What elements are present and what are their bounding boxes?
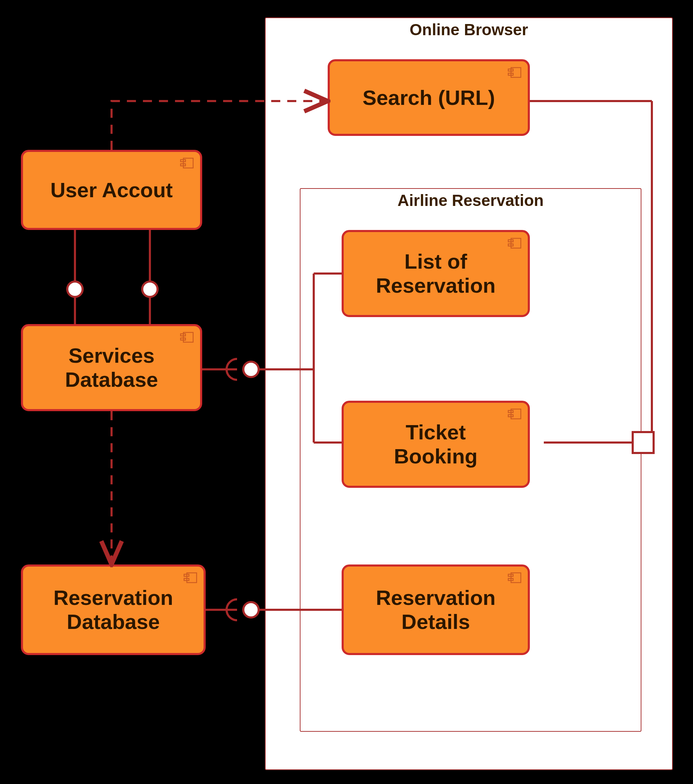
component-user-account: User Accout: [21, 150, 202, 230]
component-list-of-reservation: List ofReservation: [342, 230, 530, 317]
component-icon: [180, 331, 194, 344]
svg-point-22: [67, 282, 82, 297]
label-reservation-database: ReservationDatabase: [53, 586, 173, 634]
frame-title-online-browser: Online Browser: [266, 20, 672, 39]
svg-point-34: [243, 602, 259, 618]
component-icon: [183, 572, 197, 584]
label-search-url: Search (URL): [363, 86, 495, 110]
component-services-database: ServicesDatabase: [21, 324, 202, 411]
frame-title-airline-reservation: Airline Reservation: [300, 191, 641, 210]
component-icon: [508, 237, 521, 249]
component-reservation-database: ReservationDatabase: [21, 565, 206, 655]
label-reservation-details: ReservationDetails: [376, 586, 495, 634]
connector-user-to-services: [67, 230, 158, 324]
component-icon: [508, 572, 521, 584]
component-reservation-details: ReservationDetails: [342, 565, 530, 655]
component-search-url: Search (URL): [328, 59, 530, 136]
component-icon: [508, 66, 521, 79]
diagram-canvas: Online Browser Airline Reservation User …: [0, 0, 693, 784]
label-services-database: ServicesDatabase: [65, 344, 158, 392]
label-ticket-booking: TicketBooking: [394, 420, 478, 468]
label-user-account: User Accout: [50, 178, 173, 202]
label-list-of-reservation: List ofReservation: [376, 249, 495, 298]
component-icon: [508, 408, 521, 420]
svg-point-25: [142, 282, 158, 297]
svg-point-28: [243, 362, 259, 377]
component-ticket-booking: TicketBooking: [342, 401, 530, 488]
component-icon: [180, 157, 194, 170]
